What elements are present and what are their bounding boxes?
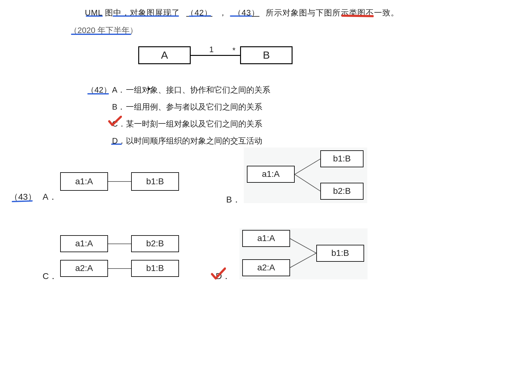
q42-option-d: D．以时间顺序组织的对象之间的交互活动 [112,134,262,148]
q43-diagram-c: a1:A b2:B a2:A b1:B [60,235,184,285]
class-box-a: A [138,46,191,64]
obj-box: b2:B [131,235,179,252]
obj-links [290,238,317,269]
underline-d [111,144,122,145]
obj-box: b1:B [131,260,179,277]
obj-box: b2:B [320,183,364,200]
mult-star: * [232,43,235,58]
obj-box: a1:A [60,172,108,191]
q-text-suffix: 所示对象图与下图所示类图不一致。 [266,8,399,17]
underline-year [71,34,131,35]
q43-b-letter: B． [226,192,241,207]
svg-line-1 [295,174,320,191]
underline-phrase1 [113,15,179,17]
question-line-2: （2020 年下半年） [69,23,138,38]
checkmark-icon [108,116,122,127]
q43-a-letter: A． [43,189,57,205]
q43-diagram-d: a1:A a2:A b1:B [242,230,366,279]
q42-option-a: A．一组对象、接口、协作和它们之间的关系 [112,83,270,97]
option-letter: A． [112,83,126,97]
svg-line-0 [295,159,320,174]
obj-box: a1:A [60,235,108,252]
obj-links [295,158,321,192]
obj-box: a1:A [242,230,290,247]
svg-line-2 [290,239,316,253]
q42-option-c: C．某一时刻一组对象以及它们之间的关系 [112,117,262,131]
obj-box: a1:A [247,166,295,183]
svg-line-3 [290,253,316,268]
obj-box: b1:B [320,150,364,167]
q42-option-b: B．一组用例、参与者以及它们之间的关系 [112,100,262,114]
mult-1: 1 [209,42,214,57]
obj-link [108,244,131,244]
checkmark-icon [210,267,226,280]
class-diagram: A B 1 * [138,45,293,66]
option-text: 以时间顺序组织的对象之间的交互活动 [126,136,262,145]
underline-uml [86,15,103,17]
cursor-icon [148,87,151,91]
option-letter: D． [112,134,126,148]
obj-link [108,181,131,182]
q43-diagram-a: a1:A b1:B [60,172,184,197]
obj-link [108,268,131,269]
obj-box: a2:A [242,259,290,276]
q43-c-letter: C． [43,269,57,284]
option-letter: B． [112,100,126,114]
q43-diagram-b: a1:A b1:B b2:B [247,149,370,203]
underline-q42 [87,93,109,94]
option-text: 某一时刻一组对象以及它们之间的关系 [126,119,262,128]
option-text: 一组用例、参与者以及它们之间的关系 [126,102,262,111]
option-text: 一组对象、接口、协作和它们之间的关系 [126,85,270,94]
underline-43 [230,15,252,17]
q42-number: （42） [86,83,111,97]
q43-number: （43） [10,189,36,205]
obj-box: a2:A [60,260,108,277]
question-line-1: UML 图中，对象图展现了 （42） ， （43） 所示对象图与下图所示类图不一… [85,6,399,20]
q-text-mid: ， [219,8,227,17]
obj-box: b1:B [316,245,364,262]
class-box-b: B [240,46,293,64]
obj-box: b1:B [131,172,179,191]
